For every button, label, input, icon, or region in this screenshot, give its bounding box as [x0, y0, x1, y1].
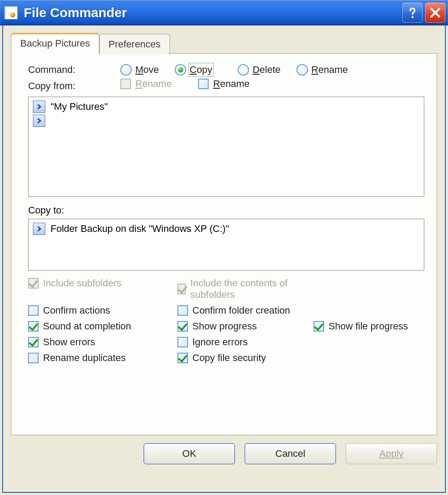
check-include-subfolders: Include subfolders [28, 278, 122, 289]
checkbox-icon [28, 321, 39, 332]
check-rename-from[interactable]: Rename [198, 78, 249, 90]
checkbox-icon [314, 321, 324, 332]
copy-to-label: Copy to: [28, 205, 424, 216]
tab-page: Command: Move Copy Delete Rename Copy fr… [11, 53, 437, 435]
checkbox-icon [120, 79, 131, 89]
radio-rename[interactable]: Rename [296, 64, 348, 76]
chevron-right-icon [36, 118, 42, 124]
check-show-file-progress[interactable]: Show file progress [314, 321, 408, 332]
ok-button[interactable]: OK [144, 443, 235, 464]
chevron-right-icon [36, 226, 42, 232]
radio-copy[interactable]: Copy [175, 64, 212, 76]
check-include-contents-subfolders: Include the contents of subfolders [177, 278, 301, 300]
path-text: Folder Backup on disk "Windows XP (C:)" [51, 223, 229, 235]
check-ignore-errors[interactable]: Ignore errors [177, 336, 248, 348]
help-icon [406, 7, 419, 19]
radio-move[interactable]: Move [120, 64, 159, 76]
copy-from-label: Copy from: [28, 80, 120, 92]
path-picker-button[interactable] [33, 223, 45, 235]
path-picker-button[interactable] [33, 101, 45, 113]
checkbox-icon [198, 79, 209, 89]
checkbox-icon [177, 284, 186, 294]
radio-delete[interactable]: Delete [238, 64, 281, 76]
check-rename-duplicates[interactable]: Rename duplicates [28, 352, 126, 364]
check-show-progress[interactable]: Show progress [177, 321, 257, 332]
checkbox-icon [177, 321, 188, 332]
checkbox-icon [28, 305, 39, 316]
window-title: File Commander [24, 5, 400, 20]
copy-from-row: Copy from: Rename Rename [28, 78, 424, 94]
svg-point-0 [412, 16, 413, 18]
list-item[interactable] [33, 115, 419, 127]
client-area: Backup Pictures Preferences Command: Mov… [2, 25, 446, 493]
radio-dot-icon [175, 64, 186, 76]
copy-to-list[interactable]: Folder Backup on disk "Windows XP (C:)" [28, 219, 424, 271]
apply-button: Apply [346, 443, 437, 464]
checkbox-icon [28, 353, 39, 363]
path-text: "My Pictures" [51, 101, 108, 112]
checkbox-icon [177, 305, 188, 316]
options-grid: Include subfolders Include the contents … [28, 278, 424, 368]
radio-dot-icon [238, 64, 249, 76]
check-sound-at-completion[interactable]: Sound at completion [28, 321, 131, 332]
title-bar: File Commander [0, 0, 448, 25]
copy-from-list[interactable]: "My Pictures" [28, 97, 424, 197]
dialog-buttons: OK Cancel Apply [11, 443, 437, 464]
path-picker-button[interactable] [33, 115, 45, 127]
cancel-button[interactable]: Cancel [245, 443, 336, 464]
list-item[interactable]: "My Pictures" [33, 101, 419, 113]
app-icon [4, 6, 18, 19]
chevron-right-icon [36, 104, 42, 110]
checkbox-icon [28, 278, 39, 289]
close-icon [430, 7, 441, 18]
close-button[interactable] [425, 3, 445, 23]
checkbox-icon [28, 337, 39, 347]
check-confirm-actions[interactable]: Confirm actions [28, 305, 110, 316]
tab-preferences[interactable]: Preferences [99, 34, 170, 54]
check-show-errors[interactable]: Show errors [28, 336, 95, 348]
check-confirm-folder-creation[interactable]: Confirm folder creation [177, 305, 290, 316]
checkbox-icon [177, 353, 188, 363]
list-item[interactable]: Folder Backup on disk "Windows XP (C:)" [33, 223, 419, 235]
tab-backup-pictures[interactable]: Backup Pictures [11, 33, 99, 54]
radio-dot-icon [120, 64, 132, 76]
command-label: Command: [28, 64, 120, 76]
check-rename-from-disabled: Rename [120, 78, 172, 90]
help-button[interactable] [402, 3, 423, 23]
tab-strip: Backup Pictures Preferences [11, 33, 437, 53]
check-copy-file-security[interactable]: Copy file security [177, 352, 266, 364]
radio-dot-icon [296, 64, 308, 76]
checkbox-icon [177, 337, 188, 347]
command-row: Command: Move Copy Delete Rename [28, 64, 424, 76]
